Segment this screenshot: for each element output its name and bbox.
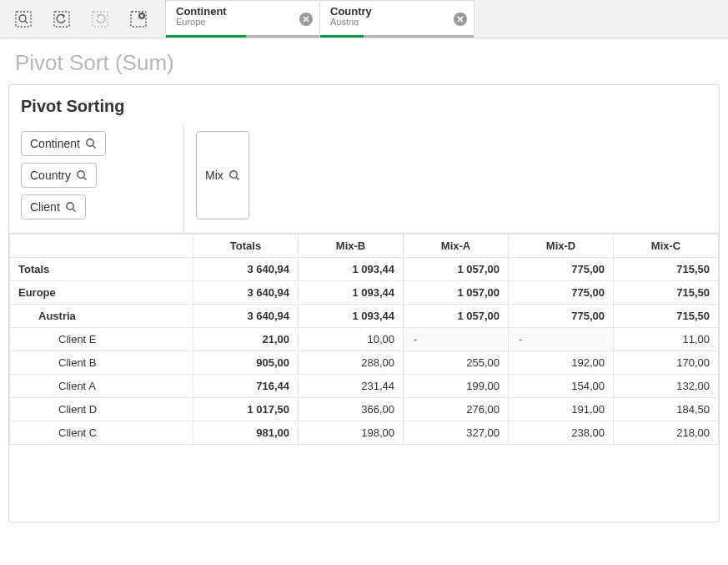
- cell[interactable]: 1 057,00: [404, 281, 509, 305]
- cell[interactable]: 716,44: [193, 375, 299, 398]
- selection-tab-continent[interactable]: Continent Europe: [165, 0, 320, 38]
- pivot-table[interactable]: Totals Mix-B Mix-A Mix-D Mix-C Totals3 6…: [9, 234, 719, 445]
- cell[interactable]: 1 017,50: [193, 398, 299, 421]
- col-header[interactable]: Mix-A: [404, 235, 509, 258]
- close-icon[interactable]: [299, 13, 313, 26]
- cell[interactable]: 184,50: [614, 398, 719, 421]
- cell[interactable]: 218,00: [614, 421, 719, 445]
- cell[interactable]: 231,44: [299, 375, 404, 398]
- search-icon: [85, 138, 97, 149]
- cell[interactable]: 981,00: [193, 421, 299, 445]
- dim-chip-client[interactable]: Client: [21, 194, 86, 219]
- svg-line-16: [83, 177, 86, 179]
- svg-line-18: [73, 209, 75, 211]
- svg-point-17: [67, 203, 73, 209]
- toolbar: Continent Europe Country Austria: [0, 0, 728, 38]
- cell[interactable]: 715,50: [614, 305, 719, 328]
- row-label[interactable]: Totals: [10, 258, 193, 281]
- cell[interactable]: 21,00: [193, 328, 299, 351]
- table-row[interactable]: Client D1 017,50366,00276,00191,00184,50: [10, 398, 719, 421]
- card-bottom-space: [9, 445, 719, 522]
- row-label[interactable]: Client B: [10, 351, 193, 375]
- table-row[interactable]: Client B905,00288,00255,00192,00170,00: [10, 351, 719, 375]
- table-row[interactable]: Totals3 640,941 093,441 057,00775,00715,…: [10, 258, 719, 281]
- selection-tab-title: Continent: [176, 5, 311, 18]
- search-icon: [65, 201, 77, 213]
- cell[interactable]: 775,00: [509, 281, 614, 305]
- cell[interactable]: 10,00: [299, 328, 404, 351]
- cell[interactable]: 154,00: [509, 375, 614, 398]
- row-label[interactable]: Europe: [10, 281, 193, 305]
- selection-bar-rest: [364, 35, 474, 38]
- row-label[interactable]: Client A: [10, 375, 193, 398]
- table-row[interactable]: Client E21,0010,00--11,00: [10, 328, 719, 351]
- cell[interactable]: 238,00: [509, 421, 614, 445]
- col-header[interactable]: Mix-D: [509, 235, 614, 258]
- col-header[interactable]: Mix-B: [299, 235, 404, 258]
- row-label[interactable]: Austria: [10, 305, 193, 328]
- toolbar-icon-group: [0, 0, 162, 38]
- clear-selections-icon[interactable]: [128, 9, 148, 29]
- cell[interactable]: 1 057,00: [404, 258, 509, 281]
- cell[interactable]: 1 057,00: [404, 305, 509, 328]
- dim-chip-label: Mix: [205, 169, 223, 182]
- dim-chip-label: Continent: [30, 137, 80, 150]
- close-icon[interactable]: [454, 13, 467, 26]
- table-row[interactable]: Austria3 640,941 093,441 057,00775,00715…: [10, 305, 719, 328]
- selection-tab-country[interactable]: Country Austria: [319, 0, 474, 38]
- cell[interactable]: 3 640,94: [193, 305, 299, 328]
- cell[interactable]: 905,00: [193, 351, 299, 375]
- cell[interactable]: 288,00: [299, 351, 404, 375]
- dim-chip-mix[interactable]: Mix: [196, 131, 249, 219]
- cell[interactable]: 327,00: [404, 421, 509, 445]
- table-row[interactable]: Europe3 640,941 093,441 057,00775,00715,…: [10, 281, 719, 305]
- column-dimensions: Mix: [184, 124, 719, 233]
- cell[interactable]: 1 093,44: [299, 281, 404, 305]
- step-back-icon[interactable]: [52, 9, 72, 29]
- table-row[interactable]: Client C981,00198,00327,00238,00218,00: [10, 421, 719, 445]
- cell[interactable]: 775,00: [509, 258, 614, 281]
- step-forward-icon: [90, 9, 110, 29]
- cell[interactable]: -: [404, 328, 509, 351]
- row-label[interactable]: Client C: [10, 421, 193, 445]
- col-header[interactable]: Mix-C: [614, 235, 719, 258]
- cell[interactable]: 715,50: [614, 281, 719, 305]
- table-row[interactable]: Client A716,44231,44199,00154,00132,00: [10, 375, 719, 398]
- search-icon: [228, 169, 240, 181]
- selection-bar-fill: [166, 35, 246, 38]
- cell[interactable]: 3 640,94: [193, 281, 299, 305]
- cell[interactable]: 191,00: [509, 398, 614, 421]
- cell[interactable]: 11,00: [614, 328, 719, 351]
- dim-chip-continent[interactable]: Continent: [21, 131, 106, 156]
- svg-point-1: [19, 15, 26, 22]
- cell[interactable]: 715,50: [614, 258, 719, 281]
- cell[interactable]: 198,00: [299, 421, 404, 445]
- cell[interactable]: 170,00: [614, 351, 719, 375]
- cell[interactable]: 192,00: [509, 351, 614, 375]
- svg-rect-0: [16, 12, 31, 27]
- svg-point-15: [78, 171, 84, 178]
- cell[interactable]: 366,00: [299, 398, 404, 421]
- cell[interactable]: 276,00: [404, 398, 509, 421]
- cell[interactable]: 1 093,44: [299, 305, 404, 328]
- cell[interactable]: -: [509, 328, 614, 351]
- svg-line-14: [93, 145, 95, 148]
- cell[interactable]: 3 640,94: [193, 258, 299, 281]
- cell[interactable]: 775,00: [509, 305, 614, 328]
- cell[interactable]: 1 093,44: [299, 258, 404, 281]
- svg-point-13: [87, 139, 93, 146]
- smart-search-icon[interactable]: [13, 9, 33, 29]
- row-label[interactable]: Client E: [10, 328, 193, 351]
- row-label[interactable]: Client D: [10, 398, 193, 421]
- search-icon: [76, 169, 88, 181]
- pivot-table-wrap: Totals Mix-B Mix-A Mix-D Mix-C Totals3 6…: [9, 233, 719, 445]
- cell[interactable]: 255,00: [404, 351, 509, 375]
- row-dimensions: Continent Country Client: [9, 124, 184, 233]
- pivot-dimension-controls: Continent Country Client Mix: [9, 124, 719, 233]
- cell[interactable]: 132,00: [614, 375, 719, 398]
- col-header[interactable]: Totals: [193, 235, 299, 258]
- card-title: Pivot Sorting: [9, 85, 719, 124]
- dim-chip-country[interactable]: Country: [21, 163, 97, 188]
- dim-chip-label: Country: [30, 169, 71, 182]
- cell[interactable]: 199,00: [404, 375, 509, 398]
